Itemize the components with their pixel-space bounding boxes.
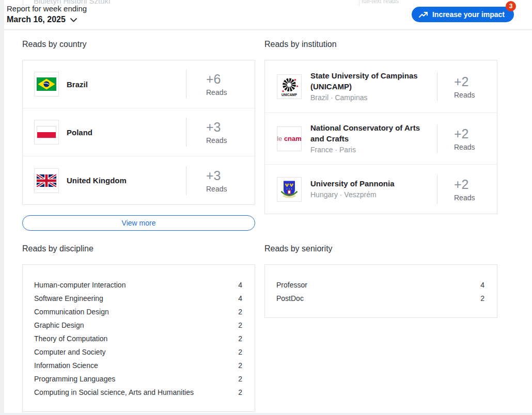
country-stats: +3 Reads [186, 120, 255, 145]
institution-location: Brazil · Campinas [310, 92, 432, 103]
discipline-row: Theory of Computation 2 [34, 332, 242, 345]
report-week-label: Report for week ending [7, 4, 87, 13]
discipline-value: 2 [238, 386, 242, 399]
seniority-row: PostDoc 2 [276, 292, 484, 305]
discipline-panel: Human-computer Interaction 4 Software En… [22, 264, 255, 412]
section-reads-by-country: Reads by country Brazil [22, 39, 255, 231]
seniority-panel: Professor 4 PostDoc 2 [264, 264, 497, 318]
discipline-value: 2 [238, 332, 242, 345]
institution-panel: UNICAMP State University of Campinas (UN… [264, 60, 497, 214]
reads-unit-label: Reads [454, 143, 497, 151]
discipline-row: Programming Languages 2 [34, 372, 242, 386]
report-body: Reads by country Brazil [4, 30, 532, 413]
section-reads-by-discipline: Reads by discipline Human-computer Inter… [22, 243, 255, 412]
pannonia-logo [277, 177, 302, 202]
page-background-band [0, 413, 532, 415]
discipline-value: 2 [238, 318, 242, 332]
report-date-selector[interactable]: March 16, 2025 [7, 15, 77, 24]
reads-unit-label: Reads [206, 88, 255, 97]
increase-impact-label: Increase your impact [432, 10, 505, 19]
discipline-row: Computer and Society 2 [34, 345, 242, 359]
discipline-value: 4 [238, 292, 242, 305]
discipline-label: Computer and Society [34, 345, 106, 359]
discipline-value: 2 [238, 359, 242, 372]
country-row-poland: Poland +3 Reads [23, 108, 255, 156]
section-title-country: Reads by country [22, 39, 255, 50]
reads-delta: +2 [454, 126, 497, 141]
weekly-report-page: Biuletyn Historii Sztuki full-text reads… [0, 0, 532, 415]
clipped-reads-label: full-text reads [362, 0, 399, 5]
discipline-label: Graphic Design [34, 318, 84, 332]
discipline-label: Human-computer Interaction [34, 278, 126, 292]
discipline-value: 2 [238, 372, 242, 386]
reads-delta: +6 [206, 72, 255, 86]
clipped-table-divider [359, 0, 359, 6]
country-name: Poland [67, 128, 186, 137]
reads-delta: +2 [454, 74, 497, 89]
country-stats: +6 Reads [186, 72, 255, 97]
institution-row-cnam: le cnam National Conservatory of Arts an… [265, 113, 497, 165]
seniority-value: 4 [480, 278, 484, 292]
institution-name-link[interactable]: National Conservatory of Arts and Crafts [310, 122, 432, 144]
institution-stats: +2 Reads [437, 126, 497, 151]
discipline-row: Information Science 2 [34, 359, 242, 372]
country-name: Brazil [67, 80, 186, 89]
institution-row-pannonia: University of Pannonia Hungary · Veszpré… [265, 165, 497, 214]
seniority-label: PostDoc [276, 292, 304, 305]
institution-row-unicamp: UNICAMP State University of Campinas (UN… [265, 60, 497, 113]
reads-delta: +3 [206, 168, 255, 183]
institution-name-link[interactable]: State University of Campinas (UNICAMP) [310, 70, 432, 92]
discipline-label: Software Engineering [34, 292, 103, 305]
reads-unit-label: Reads [206, 185, 255, 193]
institution-stats: +2 Reads [437, 177, 497, 202]
brazil-flag-icon [34, 72, 59, 97]
country-name: United Kingdom [67, 176, 186, 185]
reads-delta: +3 [206, 120, 255, 134]
uk-flag-icon [34, 168, 59, 193]
section-reads-by-seniority: Reads by seniority Professor 4 PostDoc 2 [264, 243, 497, 412]
institution-text: State University of Campinas (UNICAMP) B… [310, 70, 437, 103]
svg-text:UNICAMP: UNICAMP [281, 93, 298, 97]
discipline-row: Graphic Design 2 [34, 318, 242, 332]
section-reads-by-institution: Reads by institution UNICAMP [264, 39, 497, 231]
discipline-label: Programming Languages [34, 372, 115, 386]
section-title-institution: Reads by institution [264, 39, 497, 50]
institution-stats: +2 Reads [437, 74, 497, 99]
section-title-discipline: Reads by discipline [22, 243, 255, 254]
increase-impact-button[interactable]: Increase your impact 3 [412, 7, 514, 22]
reads-unit-label: Reads [454, 194, 497, 202]
institution-text: National Conservatory of Arts and Crafts… [310, 122, 437, 155]
view-more-button[interactable]: View more [22, 215, 255, 231]
reads-unit-label: Reads [206, 136, 255, 145]
country-row-united-kingdom: United Kingdom +3 Reads [23, 156, 255, 204]
discipline-label: Communication Design [34, 305, 109, 318]
discipline-value: 2 [238, 305, 242, 318]
country-stats: +3 Reads [186, 168, 255, 193]
poland-flag-icon [34, 120, 59, 145]
cnam-logo: le cnam [277, 126, 302, 151]
section-title-seniority: Reads by seniority [264, 243, 497, 254]
reads-unit-label: Reads [454, 91, 497, 99]
discipline-value: 4 [238, 278, 242, 292]
notification-badge: 3 [506, 1, 516, 11]
chevron-down-icon [70, 18, 77, 22]
country-panel: Brazil +6 Reads [22, 60, 255, 205]
institution-name-link[interactable]: University of Pannonia [310, 178, 432, 189]
reads-delta: +2 [454, 177, 497, 191]
institution-location: Hungary · Veszprém [310, 189, 432, 200]
discipline-row: Computing in Social science, Arts and Hu… [34, 386, 242, 399]
report-date-value: March 16, 2025 [7, 15, 66, 24]
trending-up-icon [419, 10, 428, 19]
seniority-label: Professor [276, 278, 307, 292]
country-row-brazil: Brazil +6 Reads [23, 60, 255, 108]
discipline-row: Software Engineering 4 [34, 292, 242, 305]
seniority-value: 2 [480, 292, 484, 305]
discipline-label: Information Science [34, 359, 98, 372]
discipline-row: Communication Design 2 [34, 305, 242, 318]
discipline-value: 2 [238, 345, 242, 359]
institution-text: University of Pannonia Hungary · Veszpré… [310, 178, 437, 200]
seniority-row: Professor 4 [276, 278, 484, 292]
report-header: Biuletyn Historii Sztuki full-text reads… [4, 0, 532, 29]
unicamp-logo: UNICAMP [277, 74, 302, 99]
discipline-label: Computing in Social science, Arts and Hu… [34, 386, 194, 399]
